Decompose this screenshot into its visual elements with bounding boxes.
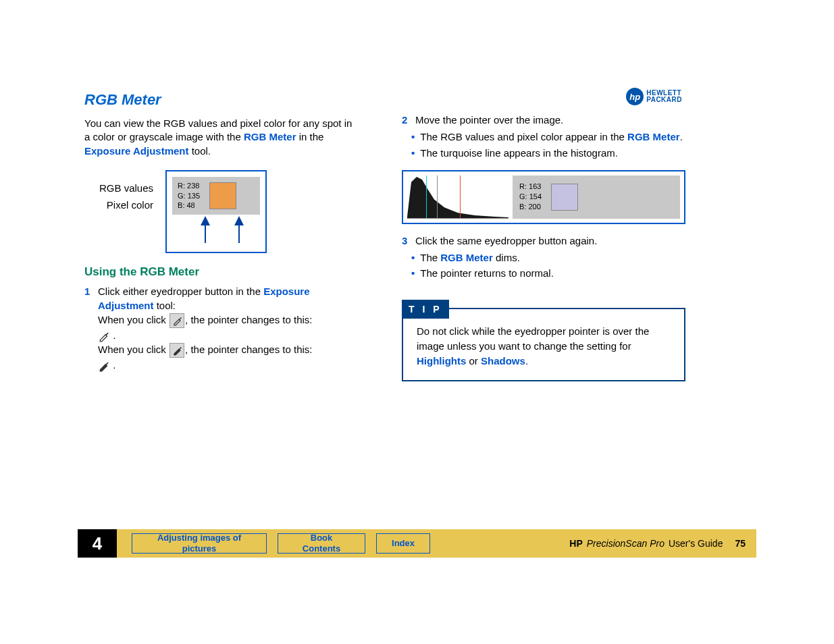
section-title: RGB Meter bbox=[84, 91, 355, 109]
rgb-meter-figure: RGB values Pixel color R: 238 G: 135 B: … bbox=[99, 170, 355, 254]
bullet2b: The turquoise line appears in the histog… bbox=[420, 146, 618, 161]
link-shadows[interactable]: Shadows bbox=[481, 355, 525, 367]
page-number: 75 bbox=[735, 538, 746, 549]
index-button[interactable]: Index bbox=[376, 533, 430, 554]
pixel-color-swatch bbox=[209, 182, 236, 209]
intro-text-c: tool. bbox=[188, 145, 211, 157]
step-number-1: 1 bbox=[84, 284, 93, 372]
intro-paragraph: You can view the RGB values and pixel co… bbox=[84, 117, 355, 158]
link-rgb-meter-3[interactable]: RGB Meter bbox=[440, 252, 493, 263]
eyedropper-white-button[interactable] bbox=[170, 313, 184, 328]
histogram-chart bbox=[407, 176, 509, 219]
figure-label-rgb-values: RGB values bbox=[99, 182, 153, 194]
arrow-icon bbox=[234, 216, 244, 225]
chapter-number: 4 bbox=[78, 529, 117, 558]
bullet2a-a: The RGB values and pixel color appear in… bbox=[420, 131, 627, 142]
tip-text-c: . bbox=[525, 355, 528, 367]
page-footer: 4 Adjusting images of pictures Book Cont… bbox=[78, 529, 756, 558]
eyedropper-black-pointer-icon bbox=[98, 360, 110, 372]
step1-text-b: tool: bbox=[154, 300, 176, 311]
line1-c: . bbox=[110, 329, 115, 341]
rgb-b-value: B: 48 bbox=[178, 200, 200, 211]
arrow-icon bbox=[201, 216, 210, 225]
rgb2-b: B: 200 bbox=[519, 202, 542, 212]
bullet-icon: • bbox=[411, 130, 415, 144]
footer-guide: User's Guide bbox=[669, 538, 723, 549]
tip-label: T I P bbox=[402, 300, 449, 319]
hp-logo: hp HEWLETT PACKARD bbox=[626, 88, 682, 105]
bullet3a-b: dims. bbox=[493, 252, 520, 263]
step-number-2: 2 bbox=[402, 113, 410, 127]
hp-logo-mark: hp bbox=[626, 88, 644, 105]
step2-text: Move the pointer over the image. bbox=[415, 113, 685, 127]
line1-a: When you click bbox=[98, 314, 169, 325]
tip-text-b: or bbox=[466, 355, 481, 367]
line2-b: , the pointer changes to this: bbox=[185, 344, 312, 355]
rgb2-r: R: 163 bbox=[519, 182, 542, 192]
bullet-icon: • bbox=[411, 250, 415, 265]
bullet2a-b: . bbox=[680, 131, 683, 142]
link-exposure-adjustment[interactable]: Exposure Adjustment bbox=[84, 145, 188, 157]
step-number-3: 3 bbox=[402, 234, 410, 248]
bullet3b: The pointer returns to normal. bbox=[420, 266, 554, 281]
link-rgb-meter-2[interactable]: RGB Meter bbox=[627, 131, 680, 142]
step1-text-a: Click either eyedropper button in the bbox=[98, 286, 263, 297]
subsection-title: Using the RGB Meter bbox=[84, 265, 355, 279]
link-rgb-meter[interactable]: RGB Meter bbox=[244, 131, 296, 142]
rgb-r-value: R: 238 bbox=[178, 181, 200, 191]
histogram-red-line bbox=[460, 176, 461, 218]
hp-brand-2: PACKARD bbox=[646, 97, 682, 103]
bullet-icon: • bbox=[411, 266, 415, 281]
footer-hp: HP bbox=[569, 538, 582, 549]
histogram-figure: R: 163 G: 154 B: 200 bbox=[402, 170, 685, 224]
line1-b: , the pointer changes to this: bbox=[185, 314, 312, 325]
figure-label-pixel-color: Pixel color bbox=[99, 199, 153, 211]
tip-text-a: Do not click while the eyedropper pointe… bbox=[417, 325, 649, 352]
footer-product: PrecisionScan Pro bbox=[587, 538, 664, 549]
rgb-g-value: G: 135 bbox=[178, 191, 200, 201]
pixel-color-swatch-2 bbox=[551, 184, 578, 211]
eyedropper-white-pointer-icon bbox=[98, 330, 110, 342]
rgb2-g: G: 154 bbox=[519, 192, 542, 202]
link-highlights[interactable]: Highlights bbox=[417, 355, 466, 367]
rgb-meter-inline: R: 163 G: 154 B: 200 bbox=[513, 176, 680, 219]
bullet3a-a: The bbox=[420, 252, 440, 263]
line2-c: . bbox=[110, 359, 115, 371]
eyedropper-black-button[interactable] bbox=[170, 343, 184, 358]
rgb-meter-box: R: 238 G: 135 B: 48 bbox=[165, 170, 267, 254]
intro-text-b: in the bbox=[296, 131, 323, 142]
step3-text: Click the same eyedropper button again. bbox=[415, 234, 685, 248]
histogram-turquoise-line bbox=[426, 176, 427, 218]
bullet-icon: • bbox=[411, 146, 415, 161]
tip-box: T I P Do not click while the eyedropper … bbox=[402, 308, 685, 381]
line2-a: When you click bbox=[98, 344, 169, 355]
book-contents-button[interactable]: Book Contents bbox=[278, 533, 365, 554]
histogram-gray-line bbox=[437, 176, 438, 218]
footer-section-button[interactable]: Adjusting images of pictures bbox=[132, 533, 267, 554]
